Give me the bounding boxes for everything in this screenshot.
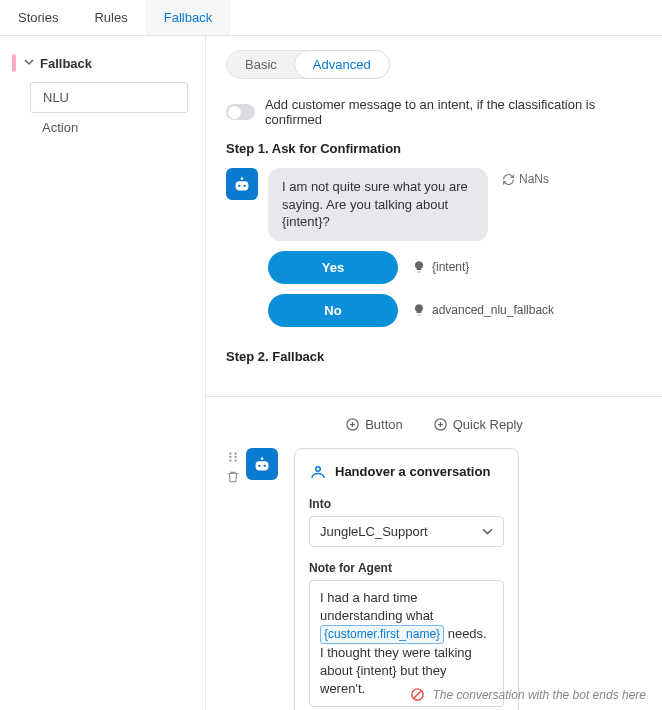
- mode-advanced[interactable]: Advanced: [294, 50, 390, 79]
- bot-avatar-icon: [226, 168, 258, 200]
- svg-point-11: [234, 459, 236, 461]
- handover-icon: [309, 463, 327, 481]
- top-tabs: Stories Rules Fallback: [0, 0, 662, 36]
- sidebar-items: NLU Action: [30, 82, 205, 142]
- into-value: JungleLC_Support: [320, 524, 428, 539]
- mode-toggle: Basic Advanced: [226, 50, 390, 79]
- sidebar-item-nlu[interactable]: NLU: [30, 82, 188, 113]
- card-title: Handover a conversation: [335, 464, 490, 479]
- svg-point-15: [264, 464, 266, 466]
- svg-rect-1: [236, 181, 249, 190]
- chevron-down-icon: [482, 526, 493, 537]
- stop-icon: [410, 687, 425, 702]
- mode-basic[interactable]: Basic: [227, 51, 295, 78]
- footer-note: The conversation with the bot ends here: [410, 687, 646, 702]
- step1-title: Step 1. Ask for Confirmation: [226, 141, 642, 156]
- toggle-label: Add customer message to an intent, if th…: [265, 97, 642, 127]
- into-label: Into: [309, 497, 504, 511]
- tab-stories[interactable]: Stories: [0, 0, 76, 35]
- content-scroll[interactable]: Basic Advanced Add customer message to a…: [206, 36, 662, 710]
- no-meta: advanced_nlu_fallback: [412, 303, 554, 317]
- no-button[interactable]: No: [268, 294, 398, 327]
- no-meta-text: advanced_nlu_fallback: [432, 303, 554, 317]
- sidebar-title: Fallback: [40, 56, 92, 71]
- card-handles: [226, 448, 240, 484]
- delete-icon[interactable]: [226, 470, 240, 484]
- chevron-down-icon: [24, 57, 34, 69]
- svg-point-8: [229, 456, 231, 458]
- card-row: Handover a conversation Into JungleLC_Su…: [226, 448, 642, 710]
- no-row: No advanced_nlu_fallback: [268, 294, 642, 327]
- svg-rect-13: [256, 461, 269, 470]
- section-step1: Basic Advanced Add customer message to a…: [206, 36, 662, 397]
- plus-circle-icon: [433, 417, 448, 432]
- add-quick-reply-action[interactable]: Quick Reply: [433, 417, 523, 432]
- svg-point-2: [238, 185, 240, 187]
- content: Basic Advanced Add customer message to a…: [206, 36, 662, 710]
- yes-row: Yes {intent}: [268, 251, 642, 284]
- yes-button[interactable]: Yes: [268, 251, 398, 284]
- add-button-action[interactable]: Button: [345, 417, 403, 432]
- bulb-icon: [412, 260, 426, 274]
- prompt-meta-text: NaNs: [519, 172, 549, 186]
- yes-meta: {intent}: [412, 260, 469, 274]
- bulb-icon: [412, 303, 426, 317]
- sidebar-header[interactable]: Fallback: [0, 50, 205, 76]
- sidebar: Fallback NLU Action: [0, 36, 206, 710]
- into-select[interactable]: JungleLC_Support: [309, 516, 504, 547]
- add-row: Button Quick Reply: [226, 411, 642, 448]
- switch-knob: [228, 106, 241, 119]
- tab-fallback[interactable]: Fallback: [146, 0, 230, 35]
- drag-handle-icon[interactable]: [226, 450, 240, 464]
- sidebar-accent: [12, 54, 16, 72]
- svg-point-7: [234, 452, 236, 454]
- add-quick-label: Quick Reply: [453, 417, 523, 432]
- svg-point-10: [229, 459, 231, 461]
- note-label: Note for Agent: [309, 561, 504, 575]
- toggle-row: Add customer message to an intent, if th…: [226, 97, 642, 127]
- yes-meta-text: {intent}: [432, 260, 469, 274]
- svg-point-12: [261, 457, 264, 460]
- add-to-intent-toggle[interactable]: [226, 104, 255, 120]
- main-area: Fallback NLU Action Basic Advanced Add c…: [0, 36, 662, 710]
- refresh-icon: [502, 173, 515, 186]
- bot-avatar-icon: [246, 448, 278, 480]
- variable-chip[interactable]: {customer.first_name}: [320, 625, 444, 644]
- svg-point-9: [234, 456, 236, 458]
- prompt-bubble[interactable]: I am not quite sure what you are saying.…: [268, 168, 488, 241]
- handover-card: Handover a conversation Into JungleLC_Su…: [294, 448, 519, 710]
- svg-point-0: [241, 177, 244, 180]
- svg-point-6: [229, 452, 231, 454]
- prompt-meta: NaNs: [502, 168, 549, 186]
- note-pre: I had a hard time understanding what: [320, 590, 433, 623]
- prompt-row: I am not quite sure what you are saying.…: [226, 168, 642, 241]
- add-button-label: Button: [365, 417, 403, 432]
- step2-title: Step 2. Fallback: [226, 349, 642, 364]
- footer-text: The conversation with the bot ends here: [433, 688, 646, 702]
- plus-circle-icon: [345, 417, 360, 432]
- section-step2: Button Quick Reply: [206, 397, 662, 710]
- svg-point-14: [258, 464, 260, 466]
- sidebar-item-action[interactable]: Action: [30, 113, 205, 142]
- svg-point-3: [244, 185, 246, 187]
- tab-rules[interactable]: Rules: [76, 0, 145, 35]
- svg-point-16: [316, 466, 321, 471]
- card-header: Handover a conversation: [309, 463, 504, 481]
